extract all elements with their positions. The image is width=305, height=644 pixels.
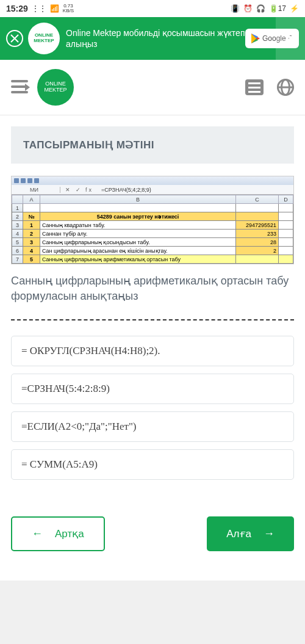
- table-row: 6 4 Сан цифрларының арасынан ең кішісін …: [12, 247, 293, 255]
- table-row: 1: [12, 204, 293, 212]
- status-time: 15:29: [6, 4, 28, 13]
- answer-option[interactable]: = ОКРУГЛ(СРЗНАЧ(H4:H8);2).: [11, 336, 294, 366]
- vibrate-icon: 📳: [231, 4, 240, 13]
- app-logo[interactable]: ONLINE MEKTEP: [37, 69, 74, 106]
- next-button[interactable]: Алға →: [207, 516, 294, 551]
- spreadsheet-table: A B C D 1 2 № 54289 санын зерттеу нәтиже…: [12, 195, 293, 264]
- divider: [11, 319, 294, 320]
- formula-icons: ✕ ✓ fx: [60, 187, 98, 193]
- nav-buttons: ← Артқа Алға →: [11, 516, 294, 570]
- back-label: Артқа: [55, 527, 84, 540]
- arrow-left-icon: ←: [32, 527, 43, 540]
- name-box: МИ: [12, 187, 60, 193]
- alarm-icon: ⏰: [243, 4, 253, 13]
- charging-icon: ⚡: [290, 4, 299, 13]
- table-row: 5 3 Санның цифрларының қосындысын табу. …: [12, 238, 293, 247]
- table-row: 3 1 Санның квадратын табу. 2947295521: [12, 221, 293, 230]
- excel-screenshot: МИ ✕ ✓ fx =СРЗНАЧ(5;4;2;8;9) A B C D 1 2…: [11, 176, 294, 264]
- table-row: 2 № 54289 санын зерттеу нәтижесі: [12, 212, 293, 221]
- headphones-icon: 🎧: [256, 4, 265, 13]
- banner-close-button[interactable]: ✕: [276, 17, 305, 60]
- task-title: ТАПСЫРМАНЫҢ МӘТІНІ: [11, 126, 294, 164]
- back-button[interactable]: ← Артқа: [11, 516, 105, 551]
- next-label: Алға: [226, 527, 251, 540]
- answer-option[interactable]: = СУММ(A5:A9): [11, 449, 294, 480]
- banner-logo: ONLINE MEKTEP: [28, 23, 60, 54]
- question-text: Санның цифрларының арифметикалық ортасын…: [11, 273, 294, 304]
- formula-bar: =СРЗНАЧ(5;4;2;8;9): [98, 187, 151, 193]
- network-speed: 0.73 KB/S: [63, 4, 74, 13]
- list-icon[interactable]: [245, 79, 264, 95]
- banner-text: Online Mektep мобильді қосымшасын жүктеп…: [66, 27, 245, 49]
- wifi-icon: ⋮⋮: [32, 4, 46, 13]
- status-bar: 15:29 ⋮⋮ 📶 0.73 KB/S 📳 ⏰ 🎧 🔋17 ⚡: [0, 0, 305, 17]
- banner-dismiss-button[interactable]: [6, 30, 23, 47]
- arrow-right-icon: →: [264, 527, 274, 540]
- install-banner: ONLINE MEKTEP Online Mektep мобильді қос…: [0, 17, 305, 60]
- app-header: ONLINE MEKTEP: [0, 60, 305, 115]
- table-row: 4 2 Саннан түбір алу. 233: [12, 230, 293, 238]
- main-content: ТАПСЫРМАНЫҢ МӘТІНІ МИ ✕ ✓ fx =СРЗНАЧ(5;4…: [0, 115, 305, 581]
- answer-option[interactable]: =ЕСЛИ(A2<0;"Да";"Нет"): [11, 411, 294, 442]
- table-row: 7 5 Санның цифрларының арифметикалық орт…: [12, 255, 293, 264]
- menu-icon[interactable]: [11, 80, 28, 95]
- signal-icon: 📶: [50, 4, 59, 13]
- answer-option[interactable]: =СРЗНАЧ(5:4:2:8:9): [11, 374, 294, 404]
- battery-indicator: 🔋17: [269, 4, 286, 13]
- globe-icon[interactable]: [277, 79, 294, 96]
